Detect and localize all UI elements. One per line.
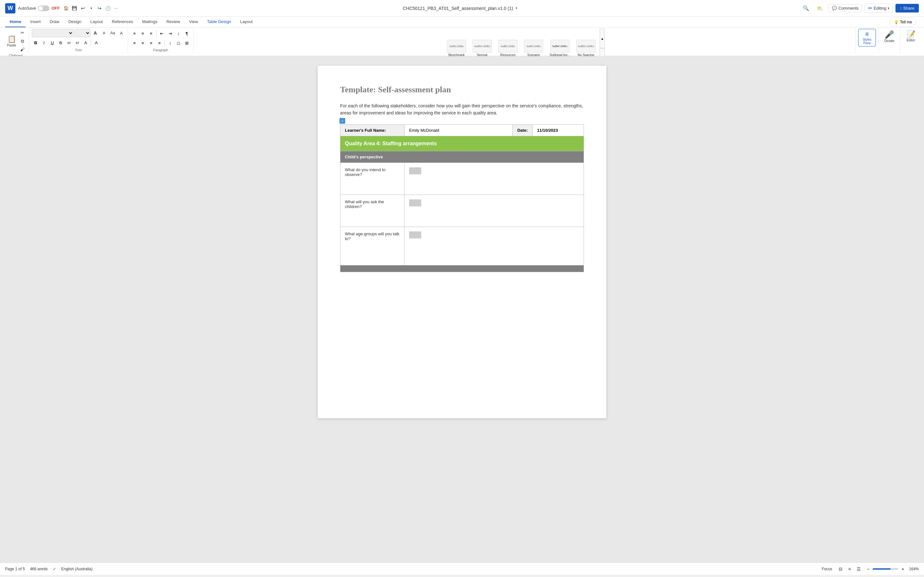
italic-button[interactable]: I xyxy=(40,39,48,47)
zoom-slider[interactable] xyxy=(873,568,898,570)
tab-draw[interactable]: Draw xyxy=(45,17,64,27)
line-spacing-button[interactable]: ↕ xyxy=(166,39,174,47)
editing-button[interactable]: ✏ Editing ▾ xyxy=(865,3,893,13)
change-case-button[interactable]: Aa xyxy=(109,29,116,37)
decrease-indent-button[interactable]: ⇤ xyxy=(158,29,166,37)
style-resources[interactable]: AaBbCcDdEe Resources xyxy=(495,38,520,58)
name-value-cell[interactable]: Emily McDonald xyxy=(405,124,513,136)
highlight-button[interactable]: A xyxy=(82,39,89,47)
tab-view[interactable]: View xyxy=(184,17,202,27)
borders-button[interactable]: ⊞ xyxy=(183,39,191,47)
undo-dropdown-button[interactable]: ▾ xyxy=(87,5,95,12)
status-right: Focus ⊟ ≡ ☰ − + 164% xyxy=(820,565,919,573)
justify-button[interactable]: ≡ xyxy=(156,39,163,47)
undo-redo-group: 🏠 💾 ↩ ▾ ↪ 🕐 ··· xyxy=(62,5,120,12)
tab-layout[interactable]: Layout xyxy=(86,17,107,27)
dictate-group: 🎤 Dictate xyxy=(879,27,900,53)
focus-button[interactable]: Focus xyxy=(820,565,834,573)
language-indicator[interactable]: English (Australia) xyxy=(61,567,92,571)
font-shrink-button[interactable]: A xyxy=(100,29,108,37)
redo-button[interactable]: ↪ xyxy=(95,5,103,12)
save-button[interactable]: 💾 xyxy=(71,5,78,12)
styles-pane-label: Styles Pane xyxy=(863,38,871,45)
editor-button[interactable]: 📝 Editor xyxy=(903,29,919,43)
align-center-button[interactable]: ≡ xyxy=(139,39,147,47)
home-button[interactable]: 🏠 xyxy=(62,5,70,12)
tab-layout2[interactable]: Layout xyxy=(236,17,257,27)
section-header-row: Child's perspective xyxy=(341,151,584,163)
answer-placeholder-1 xyxy=(409,167,421,174)
increase-indent-button[interactable]: ⇥ xyxy=(166,29,174,37)
quality-area-cell: Quality Area 4: Staffing arrangements xyxy=(341,136,584,151)
bullets-button[interactable]: ≡ xyxy=(131,29,138,37)
bold-button[interactable]: B xyxy=(32,39,39,47)
question-cell-2: What will you ask the children? xyxy=(341,195,405,227)
zoom-out-button[interactable]: − xyxy=(865,566,871,572)
tab-insert[interactable]: Insert xyxy=(26,17,45,27)
answer-cell-3[interactable] xyxy=(405,227,584,265)
font-grow-button[interactable]: A xyxy=(91,29,99,37)
styles-pane-button[interactable]: ≡ Styles Pane xyxy=(858,29,876,47)
comments-button[interactable]: 💬 Comments xyxy=(829,4,862,12)
autosave-toggle[interactable] xyxy=(38,5,49,11)
cloud-button[interactable]: ⛅ xyxy=(814,4,826,13)
tab-design[interactable]: Design xyxy=(64,17,86,27)
tab-mailings[interactable]: Mailings xyxy=(137,17,162,27)
history-button[interactable]: 🕐 xyxy=(104,5,111,12)
zoom-in-button[interactable]: + xyxy=(900,566,906,572)
subscript-button[interactable]: x2 xyxy=(65,39,73,47)
format-painter-button[interactable]: 🖌 xyxy=(19,45,26,53)
document-table: Learner's Full Name: Emily McDonald Date… xyxy=(340,124,584,272)
font-family-select[interactable] xyxy=(32,29,73,37)
numbering-button[interactable]: ≡ xyxy=(139,29,147,37)
multilevel-button[interactable]: ≡ xyxy=(147,29,155,37)
date-value-cell[interactable]: 11/10/2023 xyxy=(533,124,584,136)
read-mode-button[interactable]: ☰ xyxy=(855,565,863,573)
clear-formatting-button[interactable]: A xyxy=(118,29,125,37)
more-button[interactable]: ··· xyxy=(112,5,120,12)
gallery-up-button[interactable]: ▲ xyxy=(599,29,605,48)
zoom-value: 164% xyxy=(907,567,919,571)
table-handle[interactable]: + xyxy=(339,118,345,124)
spell-check-icon[interactable]: ✓ xyxy=(53,567,56,571)
style-scenario[interactable]: AaBbCcDdEe Scenario xyxy=(521,38,546,58)
clipboard-small-btns: ✂ ⧉ 🖌 xyxy=(19,29,26,53)
cut-button[interactable]: ✂ xyxy=(19,29,26,37)
sort-button[interactable]: ↕ xyxy=(174,29,182,37)
share-button[interactable]: ↑ Share xyxy=(895,4,919,13)
tab-review[interactable]: Review xyxy=(162,17,185,27)
align-right-button[interactable]: ≡ xyxy=(147,39,155,47)
print-layout-button[interactable]: ⊟ xyxy=(837,565,845,573)
separator xyxy=(91,39,91,46)
underline-button[interactable]: U xyxy=(48,39,56,47)
align-left-button[interactable]: ≡ xyxy=(131,39,138,47)
tab-table-design[interactable]: Table Design xyxy=(202,17,236,27)
style-benchmark[interactable]: AaBbCcDdEe Benchmark xyxy=(444,38,469,58)
tab-home[interactable]: Home xyxy=(5,17,26,27)
show-marks-button[interactable]: ¶ xyxy=(183,29,191,37)
tell-me-area[interactable]: 💡 Tell me xyxy=(890,18,916,27)
style-no-spacing[interactable]: AaBbCcDdEe No Spacing xyxy=(573,38,598,58)
table-wrapper: + Learner's Full Name: Emily McDonald Da… xyxy=(340,124,584,272)
answer-cell-2[interactable] xyxy=(405,195,584,227)
style-normal[interactable]: AaBbCcDdEe Normal xyxy=(470,38,495,58)
styles-pane-icon: ≡ xyxy=(865,31,869,38)
copy-button[interactable]: ⧉ xyxy=(19,37,26,45)
superscript-button[interactable]: x2 xyxy=(73,39,81,47)
answer-placeholder-3 xyxy=(409,231,421,239)
strikethrough-button[interactable]: S xyxy=(57,39,65,47)
shading-button[interactable]: ◻ xyxy=(174,39,182,47)
style-subhead[interactable]: AaBbCcDdEe Subhead lev... xyxy=(547,38,573,58)
font-color-button[interactable]: A xyxy=(92,39,100,47)
title-bar: W AutoSave OFF 🏠 💾 ↩ ▾ ↪ 🕐 ··· CHC50121_… xyxy=(0,0,924,17)
tab-references[interactable]: References xyxy=(107,17,137,27)
paste-button[interactable]: 📋 Paste xyxy=(5,34,18,48)
dictate-button[interactable]: 🎤 Dictate xyxy=(881,29,897,44)
font-size-select[interactable] xyxy=(74,29,90,37)
comments-label: Comments xyxy=(838,6,859,11)
search-button[interactable]: 🔍 xyxy=(800,4,812,13)
undo-button[interactable]: ↩ xyxy=(79,5,87,12)
title-bar-center: CHC50121_PB3_AT01_Self_assessment_plan.v… xyxy=(124,6,796,11)
answer-cell-1[interactable] xyxy=(405,163,584,195)
web-layout-button[interactable]: ≡ xyxy=(846,565,853,573)
